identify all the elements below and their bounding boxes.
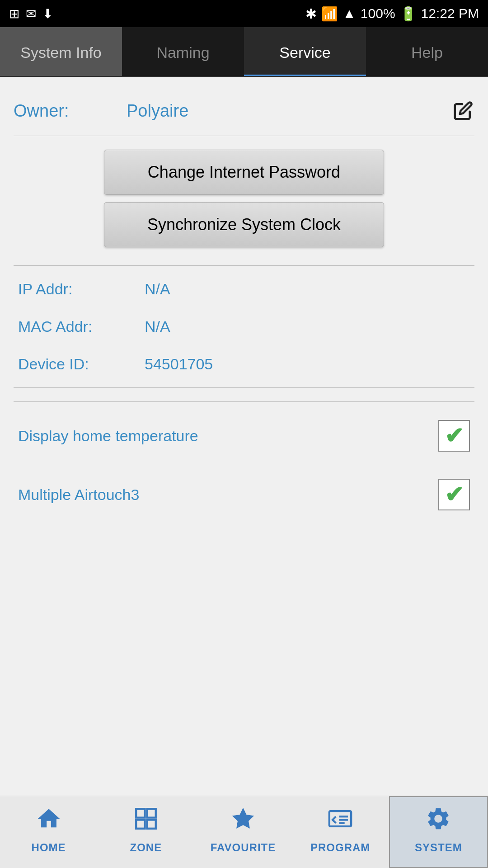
multiple-airtouch-row: Multiple Airtouch3 ✔ bbox=[14, 465, 474, 524]
star-icon bbox=[230, 806, 256, 838]
options-section: Display home temperature ✔ Multiple Airt… bbox=[14, 401, 474, 528]
multiple-airtouch-checkbox[interactable]: ✔ bbox=[438, 479, 470, 510]
network-info-section: IP Addr: N/A MAC Addr: N/A Device ID: 54… bbox=[14, 265, 474, 388]
status-icons: ⊞ ✉ ⬇ bbox=[9, 6, 53, 21]
tab-system-info[interactable]: System Info bbox=[0, 27, 122, 76]
nav-program-label: PROGRAM bbox=[310, 841, 370, 854]
nav-system[interactable]: SYSTEM bbox=[389, 796, 488, 868]
battery-percent: 100% bbox=[361, 6, 395, 21]
edit-owner-button[interactable] bbox=[452, 99, 474, 122]
device-id-row: Device ID: 54501705 bbox=[14, 345, 474, 383]
main-content: Owner: Polyaire Change Internet Password… bbox=[0, 77, 488, 800]
device-id-label: Device ID: bbox=[18, 355, 145, 373]
download-icon: ⬇ bbox=[42, 6, 53, 21]
signal-icon: ▲ bbox=[343, 6, 356, 21]
owner-row: Owner: Polyaire bbox=[14, 90, 474, 136]
ip-addr-label: IP Addr: bbox=[18, 280, 145, 298]
owner-label: Owner: bbox=[14, 101, 127, 121]
nav-favourite[interactable]: FAVOURITE bbox=[194, 796, 291, 868]
nav-home-label: HOME bbox=[32, 841, 66, 854]
mac-addr-label: MAC Addr: bbox=[18, 318, 145, 335]
nav-program[interactable]: PROGRAM bbox=[292, 796, 389, 868]
nav-system-label: SYSTEM bbox=[415, 841, 462, 854]
tab-help[interactable]: Help bbox=[366, 27, 488, 76]
nav-favourite-label: FAVOURITE bbox=[211, 841, 276, 854]
ip-addr-row: IP Addr: N/A bbox=[14, 270, 474, 308]
device-id-value: 54501705 bbox=[145, 355, 213, 373]
battery-icon: 🔋 bbox=[400, 6, 417, 22]
svg-rect-1 bbox=[147, 809, 155, 817]
bottom-nav: HOME ZONE FAVOURITE bbox=[0, 796, 488, 868]
program-icon bbox=[327, 806, 353, 838]
tab-naming[interactable]: Naming bbox=[122, 27, 244, 76]
mac-addr-value: N/A bbox=[145, 318, 170, 335]
svg-rect-2 bbox=[136, 820, 145, 828]
display-home-temp-checkmark: ✔ bbox=[445, 425, 464, 447]
svg-rect-3 bbox=[147, 820, 155, 828]
status-info: ✱ 📶 ▲ 100% 🔋 12:22 PM bbox=[305, 6, 479, 22]
display-home-temp-label: Display home temperature bbox=[18, 427, 438, 445]
home-icon bbox=[36, 806, 62, 838]
multiple-airtouch-checkmark: ✔ bbox=[445, 483, 464, 506]
action-buttons: Change Internet Password Synchronize Sys… bbox=[14, 150, 474, 247]
status-bar: ⊞ ✉ ⬇ ✱ 📶 ▲ 100% 🔋 12:22 PM bbox=[0, 0, 488, 27]
display-home-temp-checkbox[interactable]: ✔ bbox=[438, 420, 470, 452]
multiple-airtouch-label: Multiple Airtouch3 bbox=[18, 486, 438, 504]
nav-zone[interactable]: ZONE bbox=[97, 796, 194, 868]
nav-home[interactable]: HOME bbox=[0, 796, 97, 868]
zone-icon bbox=[133, 806, 159, 838]
display-home-temp-row: Display home temperature ✔ bbox=[14, 406, 474, 465]
gear-icon bbox=[425, 806, 451, 838]
email-icon: ✉ bbox=[26, 6, 36, 21]
change-password-button[interactable]: Change Internet Password bbox=[104, 150, 384, 195]
tab-service[interactable]: Service bbox=[244, 27, 366, 76]
tab-bar: System Info Naming Service Help bbox=[0, 27, 488, 77]
sync-clock-button[interactable]: Synchronize System Clock bbox=[104, 202, 384, 247]
screen-icon: ⊞ bbox=[9, 6, 19, 21]
ip-addr-value: N/A bbox=[145, 280, 170, 298]
mac-addr-row: MAC Addr: N/A bbox=[14, 308, 474, 345]
bluetooth-icon: ✱ bbox=[305, 6, 317, 22]
svg-rect-0 bbox=[136, 809, 145, 817]
wifi-icon: 📶 bbox=[321, 6, 338, 22]
owner-value: Polyaire bbox=[127, 101, 452, 121]
nav-zone-label: ZONE bbox=[130, 841, 162, 854]
time: 12:22 PM bbox=[421, 6, 479, 21]
